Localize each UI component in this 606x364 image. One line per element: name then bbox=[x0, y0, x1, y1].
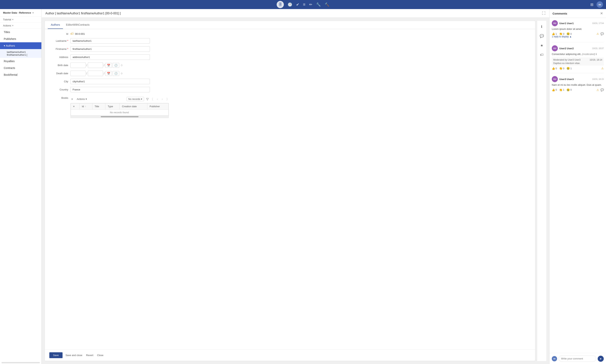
tab-editor-with-contracts[interactable]: EditorWithContracts bbox=[63, 21, 92, 29]
sidebar-item-contracts[interactable]: Contracts bbox=[0, 65, 41, 71]
clock-icon[interactable]: 🕐 bbox=[288, 2, 292, 7]
clap-icon-2: 👏 bbox=[559, 67, 562, 70]
form-tabs: Authors EditorWithContracts bbox=[45, 21, 535, 29]
sidebar-subitem-author1[interactable]: lastNameAuthor1 firstNameAuthor1 [ bbox=[0, 49, 41, 58]
deathdate-month[interactable] bbox=[88, 71, 103, 76]
form-footer: Save Save and close Revert Close bbox=[45, 350, 535, 361]
country-input[interactable] bbox=[70, 87, 150, 92]
database-icon[interactable]: 🗄 bbox=[277, 1, 284, 8]
star-icon-btn[interactable]: ★ bbox=[539, 43, 544, 48]
comment-icon-btn[interactable]: 💬 bbox=[539, 33, 545, 39]
tag-icon-btn[interactable]: 🏷 bbox=[539, 52, 544, 58]
deathdate-day[interactable] bbox=[70, 71, 86, 76]
deathdate-sep2: / bbox=[104, 72, 105, 75]
deathdate-clear-btn[interactable]: ○ bbox=[120, 71, 124, 75]
comment-item-2: UU User2 User2 10/19, 18:07 Consectetur … bbox=[552, 45, 604, 73]
birthdate-day[interactable] bbox=[70, 63, 86, 68]
birthdate-calendar-icon[interactable]: 📅 bbox=[105, 63, 112, 68]
edit-icon[interactable]: ✏ bbox=[309, 2, 312, 7]
comment1-reply-count[interactable]: 1 reply to display ▲ bbox=[552, 35, 604, 38]
firstname-input[interactable] bbox=[70, 46, 150, 52]
reaction-sad-3[interactable]: 😢 0 bbox=[566, 88, 572, 91]
col-id[interactable]: Id ↑ bbox=[80, 104, 92, 109]
comments-close-btn[interactable]: ✕ bbox=[600, 11, 603, 15]
reaction-like-2[interactable]: 👍 0 bbox=[552, 67, 557, 70]
birthdate-clear-btn[interactable]: ○ bbox=[120, 63, 124, 67]
table-scrollbar[interactable] bbox=[71, 116, 169, 118]
books-records-badge[interactable]: No records ▾ bbox=[127, 97, 144, 101]
alert-icon-1[interactable]: ⚠ bbox=[597, 32, 599, 35]
books-nav-last[interactable]: ⟩ bbox=[165, 97, 169, 101]
reaction-clap-1[interactable]: 👏 0 bbox=[559, 32, 564, 35]
save-button[interactable]: Save bbox=[49, 352, 63, 358]
address-input[interactable] bbox=[70, 54, 150, 60]
comment2-moderation-info: Moderated by User3 User3 10/19, 18:14 Da… bbox=[552, 57, 604, 66]
fullscreen-button[interactable]: ⛶ bbox=[542, 11, 546, 15]
clap-icon: 👏 bbox=[559, 32, 562, 35]
comment-send-button[interactable]: ➤ bbox=[598, 356, 604, 362]
books-nav-prev[interactable]: ‹ bbox=[156, 97, 159, 101]
reaction-like-1[interactable]: 👍 1 bbox=[552, 32, 557, 35]
user-avatar[interactable]: aa bbox=[597, 1, 603, 8]
tutorial-label: Tutorial bbox=[3, 18, 11, 21]
city-label: City bbox=[49, 80, 68, 83]
sidebar-item-bookrental[interactable]: BookRental bbox=[0, 71, 41, 78]
field-country-row: Country bbox=[49, 87, 531, 92]
col-title: Title bbox=[92, 104, 106, 109]
sidebar-item-publishers[interactable]: Publishers bbox=[0, 36, 41, 42]
reaction-sad-1[interactable]: 😢 0 bbox=[566, 32, 572, 35]
sidebar-item-titles[interactable]: Titles bbox=[0, 29, 41, 36]
books-nav-next[interactable]: › bbox=[161, 97, 164, 101]
comment2-header: UU User2 User2 10/19, 18:07 bbox=[552, 45, 604, 51]
deathdate-calendar-icon[interactable]: 📅 bbox=[105, 71, 112, 76]
comment2-text: Consectetur adipiscing elit. (moderated)… bbox=[552, 52, 604, 56]
tab-authors[interactable]: Authors bbox=[48, 21, 63, 29]
sidebar-dropdown-icon[interactable]: ▾ bbox=[32, 12, 34, 14]
sidebar-scrollbar[interactable] bbox=[1, 362, 40, 363]
birthdate-time-icon[interactable]: 🕐 bbox=[113, 63, 119, 68]
books-add-btn[interactable]: + bbox=[70, 97, 74, 102]
form-content: Id 🏷 00-0-001 Lastname Firstname bbox=[45, 29, 535, 350]
alert-icon-3[interactable]: ⚠ bbox=[597, 88, 599, 91]
grid-icon[interactable]: ⊞ bbox=[590, 2, 593, 7]
info-icon-btn[interactable]: ℹ bbox=[540, 24, 543, 29]
birthdate-month[interactable] bbox=[88, 63, 103, 68]
alert-icon-2[interactable]: ⚠ bbox=[601, 67, 604, 70]
deathdate-fields: / / 📅 🕐 ○ bbox=[70, 71, 124, 76]
reaction-like-3[interactable]: 👍 0 bbox=[552, 88, 557, 91]
comment2-moderated-label: (moderated) bbox=[582, 53, 595, 55]
close-button[interactable]: Close bbox=[96, 352, 104, 358]
birthdate-fields: / / 📅 🕐 ○ bbox=[70, 63, 124, 68]
wrench-icon[interactable]: 🔨 bbox=[325, 2, 329, 7]
no-records-text: No records found. bbox=[71, 109, 169, 116]
tasks-icon[interactable]: ✔ bbox=[296, 2, 299, 7]
reaction-sad-2[interactable]: 😢 1 bbox=[566, 67, 572, 70]
sidebar-title: Master Data - Reference bbox=[3, 11, 31, 14]
reply-icon-1[interactable]: 💬 bbox=[601, 32, 604, 35]
books-filter-btn[interactable]: ▽ bbox=[146, 96, 149, 102]
tool-icon[interactable]: 🔧 bbox=[316, 2, 321, 7]
deathdate-time-icon[interactable]: 🕐 bbox=[113, 71, 119, 76]
sidebar-item-royalties[interactable]: Royalties bbox=[0, 58, 41, 65]
books-actions-btn[interactable]: Actions ▾ bbox=[75, 97, 88, 101]
city-input[interactable] bbox=[70, 79, 150, 84]
like-icon: 👍 bbox=[552, 32, 555, 35]
layers-icon[interactable]: ≡ bbox=[303, 2, 306, 7]
content-header: Author [ lastNameAuthor1 firstNameAuthor… bbox=[41, 9, 549, 18]
tutorial-section[interactable]: Tutorial ▾ bbox=[0, 17, 41, 23]
reaction-clap-2[interactable]: 👏 0 bbox=[559, 67, 564, 70]
clap-icon-3: 👏 bbox=[559, 88, 562, 91]
revert-button[interactable]: Revert bbox=[85, 352, 94, 358]
actions-arrow: ▾ bbox=[12, 24, 13, 27]
books-nav-first[interactable]: ⟨ bbox=[151, 97, 154, 101]
actions-section[interactable]: Actions ▾ bbox=[0, 23, 41, 29]
moderation-reply-text: Dapibus eu interdum vitae. bbox=[553, 62, 602, 65]
reply-icon-3[interactable]: 💬 bbox=[601, 88, 604, 91]
lastname-input[interactable] bbox=[70, 38, 150, 44]
sidebar-item-authors[interactable]: ▾Authors bbox=[0, 42, 41, 49]
save-close-button[interactable]: Save and close bbox=[65, 352, 83, 358]
comment-input-field[interactable] bbox=[559, 355, 596, 362]
reaction-clap-3[interactable]: 👏 1 bbox=[559, 88, 564, 91]
comment-item-3: UU User3 User3 10/19, 18:15 Nam et mi eu… bbox=[552, 76, 604, 94]
comment2-info-icon[interactable]: ℹ bbox=[596, 53, 597, 55]
